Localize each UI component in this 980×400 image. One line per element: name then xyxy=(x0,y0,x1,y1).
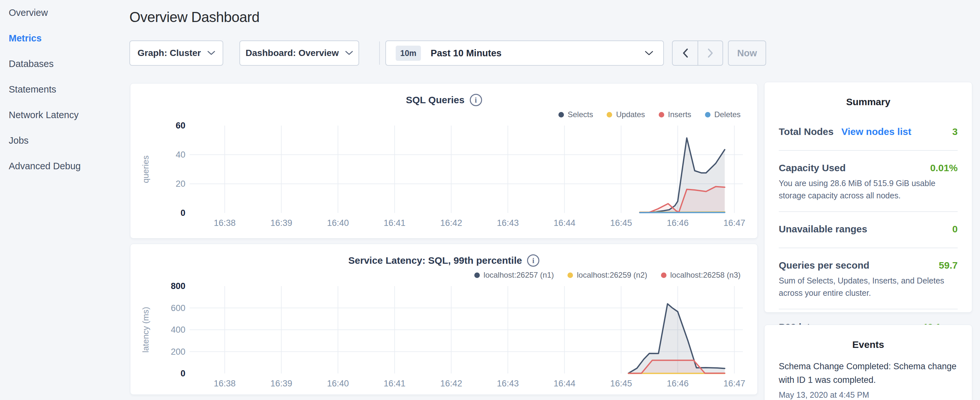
svg-text:0: 0 xyxy=(181,369,185,378)
dashboard-dropdown-label: Dashboard: Overview xyxy=(245,48,339,58)
sql-queries-title: SQL Queries xyxy=(406,94,464,105)
legend-label: localhost:26258 (n3) xyxy=(670,271,741,280)
sidebar-item-statements[interactable]: Statements xyxy=(0,77,129,102)
legend-item: Updates xyxy=(607,110,645,119)
svg-text:16:39: 16:39 xyxy=(270,379,293,388)
service-latency-title: Service Latency: SQL, 99th percentile xyxy=(348,255,522,266)
info-icon[interactable]: i xyxy=(470,94,482,106)
divider xyxy=(779,150,958,151)
service-latency-card: Service Latency: SQL, 99th percentile i … xyxy=(130,244,758,395)
summary-body: Total Nodes View nodes list 3 Capacity U… xyxy=(765,126,972,333)
prev-time-button[interactable] xyxy=(673,41,698,65)
legend-label: localhost:26257 (n1) xyxy=(484,271,554,280)
legend-label: Updates xyxy=(616,110,645,119)
summary-row-unavailable-ranges: Unavailable ranges 0 xyxy=(779,224,958,234)
legend-item: Deletes xyxy=(705,110,741,119)
legend-item: Selects xyxy=(558,110,593,119)
events-panel: Events Schema Change Completed: Schema c… xyxy=(764,325,972,400)
svg-text:16:41: 16:41 xyxy=(384,379,406,388)
chevron-down-icon xyxy=(345,51,353,55)
sidebar-item-metrics[interactable]: Metrics xyxy=(0,25,129,51)
graph-dropdown[interactable]: Graph: Cluster xyxy=(129,40,223,66)
svg-text:60: 60 xyxy=(176,121,185,131)
legend-item: localhost:26259 (n2) xyxy=(568,271,647,280)
svg-text:queries: queries xyxy=(141,155,150,183)
total-nodes-label: Total Nodes xyxy=(779,126,834,137)
app-root: Overview Metrics Databases Statements Ne… xyxy=(0,0,980,400)
svg-text:16:38: 16:38 xyxy=(214,218,236,228)
legend-dot-icon xyxy=(705,112,711,118)
legend-item: Inserts xyxy=(659,110,691,119)
svg-text:16:45: 16:45 xyxy=(610,379,632,388)
event-timestamp: May 13, 2020 at 4:45 PM xyxy=(779,390,958,400)
legend-item: localhost:26257 (n1) xyxy=(474,271,554,280)
svg-text:16:38: 16:38 xyxy=(214,379,236,388)
page-title: Overview Dashboard xyxy=(129,9,259,25)
chart-title: SQL Queries i xyxy=(130,94,757,106)
view-nodes-list-link[interactable]: View nodes list xyxy=(841,126,911,137)
capacity-used-value: 0.01% xyxy=(930,163,958,174)
legend-dot-icon xyxy=(659,112,664,118)
capacity-used-label: Capacity Used xyxy=(779,163,846,174)
svg-text:20: 20 xyxy=(176,179,185,189)
graph-dropdown-label: Graph: Cluster xyxy=(137,48,201,58)
legend-label: Selects xyxy=(568,110,593,119)
legend-dot-icon xyxy=(568,273,573,278)
service-latency-legend: localhost:26257 (n1)localhost:26259 (n2)… xyxy=(474,271,741,280)
divider xyxy=(779,247,958,248)
svg-text:800: 800 xyxy=(171,281,185,291)
sql-queries-plot[interactable]: 16:3816:3916:4016:4116:4216:4316:4416:45… xyxy=(130,119,758,231)
now-button[interactable]: Now xyxy=(728,40,766,66)
sidebar-item-overview[interactable]: Overview xyxy=(0,0,129,25)
qps-label: Queries per second xyxy=(779,260,869,271)
svg-text:200: 200 xyxy=(171,347,185,357)
qps-description: Sum of Selects, Updates, Inserts, and De… xyxy=(779,275,958,299)
sidebar-item-jobs[interactable]: Jobs xyxy=(0,128,129,153)
svg-text:16:46: 16:46 xyxy=(667,218,689,228)
chevron-down-icon xyxy=(644,51,654,56)
legend-label: Deletes xyxy=(714,110,741,119)
svg-text:16:46: 16:46 xyxy=(667,379,689,388)
svg-text:16:44: 16:44 xyxy=(554,379,576,388)
info-icon[interactable]: i xyxy=(527,254,539,267)
service-latency-plot[interactable]: 16:3816:3916:4016:4116:4216:4316:4416:45… xyxy=(130,280,758,391)
legend-label: Inserts xyxy=(668,110,691,119)
svg-text:0: 0 xyxy=(181,208,185,218)
svg-text:16:42: 16:42 xyxy=(440,379,462,388)
summary-title: Summary xyxy=(765,82,972,107)
legend-label: localhost:26259 (n2) xyxy=(577,271,647,280)
event-item[interactable]: Schema Change Completed: Schema change w… xyxy=(779,360,958,400)
event-text: Schema Change Completed: Schema change w… xyxy=(779,360,958,387)
legend-dot-icon xyxy=(558,112,564,118)
controls-divider xyxy=(379,41,380,65)
divider xyxy=(779,211,958,212)
svg-text:16:44: 16:44 xyxy=(554,218,576,228)
summary-row-total-nodes: Total Nodes View nodes list 3 xyxy=(779,126,958,137)
sql-queries-legend: SelectsUpdatesInsertsDeletes xyxy=(558,110,741,119)
svg-text:16:47: 16:47 xyxy=(724,218,745,228)
sql-queries-card: SQL Queries i SelectsUpdatesInsertsDelet… xyxy=(130,83,758,239)
svg-text:16:43: 16:43 xyxy=(497,379,519,388)
chevron-right-icon xyxy=(707,48,714,58)
sidebar-item-advanced-debug[interactable]: Advanced Debug xyxy=(0,153,129,179)
next-time-button[interactable] xyxy=(698,41,722,65)
capacity-used-description: You are using 28.6 MiB of 515.9 GiB usab… xyxy=(779,177,958,202)
sidebar: Overview Metrics Databases Statements Ne… xyxy=(0,0,129,400)
svg-text:16:40: 16:40 xyxy=(327,218,349,228)
qps-value: 59.7 xyxy=(939,260,958,271)
svg-text:latency (ms): latency (ms) xyxy=(141,307,150,353)
svg-text:16:40: 16:40 xyxy=(327,379,349,388)
svg-text:16:42: 16:42 xyxy=(440,218,462,228)
svg-text:16:41: 16:41 xyxy=(384,218,406,228)
dashboard-dropdown[interactable]: Dashboard: Overview xyxy=(239,40,359,66)
time-window-selector[interactable]: 10m Past 10 Minutes xyxy=(385,40,664,66)
summary-panel: Summary Total Nodes View nodes list 3 Ca… xyxy=(764,82,972,312)
divider xyxy=(779,309,958,309)
legend-dot-icon xyxy=(474,273,480,278)
chevron-down-icon xyxy=(207,51,215,55)
summary-row-qps: Queries per second 59.7 xyxy=(779,260,958,271)
time-window-label: Past 10 Minutes xyxy=(431,48,635,59)
sidebar-item-network-latency[interactable]: Network Latency xyxy=(0,102,129,128)
svg-text:400: 400 xyxy=(171,325,185,335)
sidebar-item-databases[interactable]: Databases xyxy=(0,51,129,77)
